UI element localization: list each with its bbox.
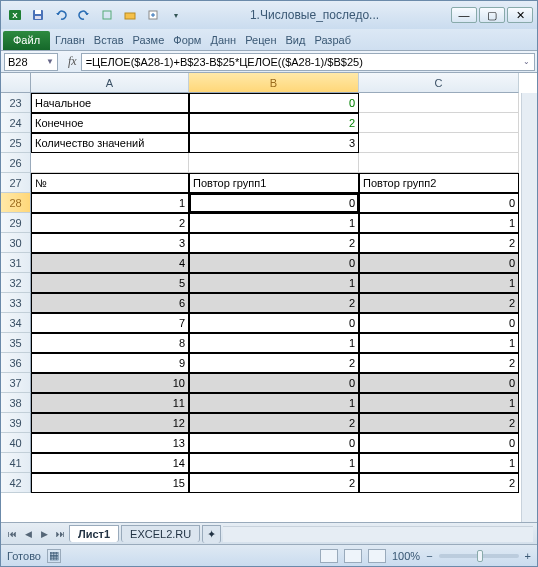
row-header[interactable]: 42: [1, 473, 31, 493]
cell-C35[interactable]: 1: [359, 333, 519, 353]
minimize-button[interactable]: —: [451, 7, 477, 23]
select-all-corner[interactable]: [1, 73, 31, 93]
cell-A40[interactable]: 13: [31, 433, 189, 453]
cell-B37[interactable]: 0: [189, 373, 359, 393]
cell-B27[interactable]: Повтор групп1: [189, 173, 359, 193]
zoom-in-button[interactable]: +: [525, 550, 531, 562]
cell-C41[interactable]: 1: [359, 453, 519, 473]
cell-B33[interactable]: 2: [189, 293, 359, 313]
ribbon-tab[interactable]: Рецен: [241, 31, 280, 50]
sheet-tab-active[interactable]: Лист1: [69, 525, 119, 542]
row-header[interactable]: 28: [1, 193, 31, 213]
cell-A38[interactable]: 11: [31, 393, 189, 413]
file-tab[interactable]: Файл: [3, 31, 50, 50]
cell-A37[interactable]: 10: [31, 373, 189, 393]
row-header[interactable]: 27: [1, 173, 31, 193]
cell-B24[interactable]: 2: [189, 113, 359, 133]
ribbon-tab[interactable]: Встав: [90, 31, 128, 50]
cell-C36[interactable]: 2: [359, 353, 519, 373]
cell-A26[interactable]: [31, 153, 189, 173]
cell-A35[interactable]: 8: [31, 333, 189, 353]
tab-nav-first-icon[interactable]: ⏮: [5, 527, 19, 541]
cell-B38[interactable]: 1: [189, 393, 359, 413]
ribbon-tab[interactable]: Главн: [51, 31, 89, 50]
row-header[interactable]: 40: [1, 433, 31, 453]
sheet-tab-inactive[interactable]: EXCEL2.RU: [121, 525, 200, 542]
cell-C33[interactable]: 2: [359, 293, 519, 313]
cell-B35[interactable]: 1: [189, 333, 359, 353]
cell-C24[interactable]: [359, 113, 519, 133]
cell-C32[interactable]: 1: [359, 273, 519, 293]
row-header[interactable]: 24: [1, 113, 31, 133]
page-layout-view-button[interactable]: [344, 549, 362, 563]
formula-bar[interactable]: =ЦЕЛОЕ($A28-1)+B$23-B$25*ЦЕЛОЕ(($A28-1)/…: [81, 53, 535, 71]
cell-B30[interactable]: 2: [189, 233, 359, 253]
row-header[interactable]: 38: [1, 393, 31, 413]
tab-nav-prev-icon[interactable]: ◀: [21, 527, 35, 541]
cell-B25[interactable]: 3: [189, 133, 359, 153]
cell-A33[interactable]: 6: [31, 293, 189, 313]
cell-A36[interactable]: 9: [31, 353, 189, 373]
new-sheet-tab[interactable]: ✦: [202, 525, 221, 543]
tab-nav-next-icon[interactable]: ▶: [37, 527, 51, 541]
row-header[interactable]: 26: [1, 153, 31, 173]
ribbon-tab[interactable]: Разме: [129, 31, 169, 50]
row-header[interactable]: 33: [1, 293, 31, 313]
cell-C39[interactable]: 2: [359, 413, 519, 433]
row-header[interactable]: 35: [1, 333, 31, 353]
name-box-dropdown-icon[interactable]: ▼: [46, 57, 54, 66]
row-header[interactable]: 25: [1, 133, 31, 153]
horizontal-scrollbar[interactable]: [223, 526, 533, 542]
cell-B34[interactable]: 0: [189, 313, 359, 333]
cell-B42[interactable]: 2: [189, 473, 359, 493]
qat-item2-icon[interactable]: [120, 5, 140, 25]
ribbon-tab[interactable]: Разраб: [310, 31, 355, 50]
cell-B23[interactable]: 0: [189, 93, 359, 113]
zoom-level[interactable]: 100%: [392, 550, 420, 562]
cell-A27[interactable]: №: [31, 173, 189, 193]
fx-icon[interactable]: fx: [68, 54, 77, 69]
tab-nav-last-icon[interactable]: ⏭: [53, 527, 67, 541]
cell-C29[interactable]: 1: [359, 213, 519, 233]
macro-record-icon[interactable]: ▦: [47, 549, 61, 563]
cell-A23[interactable]: Начальное: [31, 93, 189, 113]
cell-B39[interactable]: 2: [189, 413, 359, 433]
cell-C40[interactable]: 0: [359, 433, 519, 453]
cell-C38[interactable]: 1: [359, 393, 519, 413]
cell-C27[interactable]: Повтор групп2: [359, 173, 519, 193]
cell-C28[interactable]: 0: [359, 193, 519, 213]
cell-A31[interactable]: 4: [31, 253, 189, 273]
row-header[interactable]: 30: [1, 233, 31, 253]
qat-customize-icon[interactable]: ▾: [166, 5, 186, 25]
vertical-scrollbar[interactable]: [521, 93, 537, 522]
qat-item3-icon[interactable]: [143, 5, 163, 25]
undo-icon[interactable]: [51, 5, 71, 25]
cell-A39[interactable]: 12: [31, 413, 189, 433]
cell-B41[interactable]: 1: [189, 453, 359, 473]
ribbon-tab[interactable]: Вид: [282, 31, 310, 50]
cell-A30[interactable]: 3: [31, 233, 189, 253]
cell-B28[interactable]: 0: [189, 193, 359, 213]
cell-B40[interactable]: 0: [189, 433, 359, 453]
zoom-slider[interactable]: [439, 554, 519, 558]
row-header[interactable]: 29: [1, 213, 31, 233]
row-header[interactable]: 41: [1, 453, 31, 473]
cell-C25[interactable]: [359, 133, 519, 153]
cell-A29[interactable]: 2: [31, 213, 189, 233]
cell-C26[interactable]: [359, 153, 519, 173]
cell-B36[interactable]: 2: [189, 353, 359, 373]
redo-icon[interactable]: [74, 5, 94, 25]
close-button[interactable]: ✕: [507, 7, 533, 23]
row-header[interactable]: 31: [1, 253, 31, 273]
cell-A28[interactable]: 1: [31, 193, 189, 213]
cell-A41[interactable]: 14: [31, 453, 189, 473]
cell-A42[interactable]: 15: [31, 473, 189, 493]
zoom-out-button[interactable]: −: [426, 550, 432, 562]
col-header-A[interactable]: A: [31, 73, 189, 93]
row-header[interactable]: 34: [1, 313, 31, 333]
cell-C37[interactable]: 0: [359, 373, 519, 393]
excel-icon[interactable]: X: [5, 5, 25, 25]
cell-A32[interactable]: 5: [31, 273, 189, 293]
cell-B32[interactable]: 1: [189, 273, 359, 293]
formula-expand-icon[interactable]: ⌄: [523, 57, 530, 66]
